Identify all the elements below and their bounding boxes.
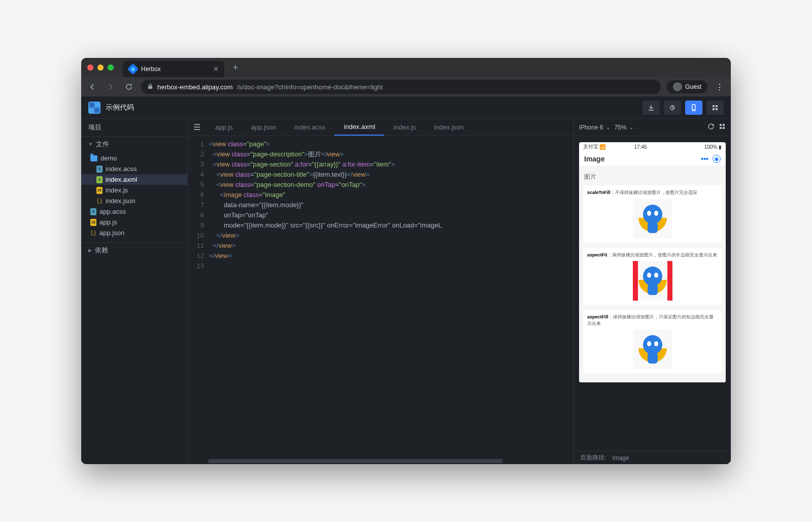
svg-rect-10 [720, 127, 722, 129]
file-index-acss[interactable]: Sindex.acss [81, 164, 187, 174]
mode-label: scaleToFill：不保持纵横比缩放图片，使图片完全适应 [587, 189, 718, 196]
lock-icon [147, 83, 153, 91]
preview-toolbar: iPhone 6⌄ 75%⌄ [574, 119, 731, 136]
titlebar: Herbox × + [81, 58, 731, 77]
file-index-json[interactable]: {.}index.json [81, 195, 187, 206]
window-controls [87, 64, 114, 71]
close-tab-button[interactable]: × [214, 64, 218, 74]
code-lines[interactable]: <view class="page"> <view class="page-de… [209, 139, 573, 458]
page-heading: 图片 [583, 171, 722, 185]
mode-label: aspectFill：保持纵横比缩放图片，只保证图片的短边能完全显示出来 [587, 314, 718, 327]
tab-index-js[interactable]: index.js [384, 119, 425, 136]
mode-label: aspectFit：保持纵横比缩放图片，使图片的长边能完全显示出来 [587, 252, 718, 258]
json-file-icon: {.} [90, 230, 96, 237]
compile-button[interactable] [664, 101, 681, 115]
more-icon[interactable]: ••• [701, 155, 708, 163]
browser-menu-button[interactable]: ⋮ [714, 80, 726, 94]
file-app-json[interactable]: {.}app.json [81, 227, 187, 238]
editor: ☰ app.js app.json index.acss index.axml … [188, 119, 573, 464]
tab-app-json[interactable]: app.json [242, 119, 285, 136]
close-window-button[interactable] [87, 64, 93, 71]
tabs-menu-button[interactable]: ☰ [188, 122, 206, 132]
svg-point-3 [693, 109, 694, 110]
phone-title: Image [584, 155, 604, 163]
file-app-acss[interactable]: Sapp.acss [81, 206, 187, 217]
profile-button[interactable]: Guest [667, 80, 707, 93]
browser-tab[interactable]: Herbox × [123, 61, 224, 77]
grid-view-button[interactable] [706, 101, 724, 115]
download-button[interactable] [642, 101, 660, 115]
footer-label: 页面路径: [580, 453, 606, 462]
tab-index-acss[interactable]: index.acss [285, 119, 334, 136]
avatar-icon [673, 82, 682, 91]
device-selector[interactable]: iPhone 6⌄ [579, 124, 610, 131]
tab-app-js[interactable]: app.js [206, 119, 242, 136]
new-tab-button[interactable]: + [228, 60, 243, 75]
example-image[interactable] [633, 199, 672, 239]
app-header: 示例代码 [81, 96, 731, 119]
chevron-down-icon: ▼ [88, 142, 93, 147]
phone-header: Image ••• ◉ [579, 151, 726, 167]
phone-frame[interactable]: 支付宝📶 17:45 100% ▮ Image ••• ◉ [579, 142, 726, 382]
browser-window: Herbox × + herbox-embed.alipay.com/s/doc… [81, 58, 731, 464]
favicon-icon [127, 63, 139, 75]
phone-status-bar: 支付宝📶 17:45 100% ▮ [579, 142, 726, 151]
phone-body: 图片 scaleToFill：不保持纵横比缩放图片，使图片完全适应 aspect… [579, 167, 726, 382]
css-file-icon: S [96, 166, 103, 173]
example-image[interactable] [633, 330, 672, 369]
preview-footer: 页面路径: Image [574, 451, 731, 464]
svg-rect-6 [713, 108, 715, 110]
url-input[interactable]: herbox-embed.alipay.com/s/doc-image?chIn… [141, 80, 661, 94]
project-section-header: 项目 [81, 119, 187, 137]
file-tree: demo Sindex.acss Xindex.axml JSindex.js … [81, 152, 187, 239]
layout-grid-button[interactable] [719, 123, 726, 132]
code-area[interactable]: 12345678910111213 <view class="page"> <v… [188, 136, 573, 458]
file-app-js[interactable]: JSapp.js [81, 217, 187, 227]
battery-label: 100% [704, 144, 718, 150]
tab-index-axml[interactable]: index.axml [334, 119, 384, 136]
file-index-js[interactable]: JSindex.js [81, 185, 187, 195]
file-index-axml[interactable]: Xindex.axml [81, 174, 187, 185]
image-mode-section: scaleToFill：不保持纵横比缩放图片，使图片完全适应 [583, 185, 722, 243]
url-host: herbox-embed.alipay.com [157, 83, 233, 91]
zoom-selector[interactable]: 75%⌄ [614, 124, 633, 131]
back-button[interactable] [86, 81, 98, 93]
tab-title: Herbox [141, 66, 161, 73]
js-file-icon: JS [96, 187, 103, 194]
image-mode-section: aspectFit：保持纵横比缩放图片，使图片的长边能完全显示出来 [583, 248, 722, 305]
close-app-icon[interactable]: ◉ [713, 155, 721, 163]
phone-preview: 支付宝📶 17:45 100% ▮ Image ••• ◉ [574, 136, 731, 451]
css-file-icon: S [90, 208, 96, 215]
chevron-down-icon: ⌄ [606, 124, 610, 130]
scrollbar-thumb[interactable] [208, 459, 502, 463]
minimize-window-button[interactable] [97, 64, 104, 71]
refresh-preview-button[interactable] [707, 123, 715, 132]
json-file-icon: {.} [96, 198, 103, 205]
forward-button[interactable] [105, 81, 117, 93]
sidebar: 项目 ▼文件 demo Sindex.acss Xindex.axml JSin… [81, 119, 188, 464]
horizontal-scrollbar[interactable] [188, 458, 573, 464]
deps-group[interactable]: ▶依赖 [81, 242, 187, 258]
preview-panel: iPhone 6⌄ 75%⌄ 支付宝📶 17:45 100% ▮ [573, 119, 731, 464]
svg-rect-8 [720, 124, 722, 126]
reload-button[interactable] [123, 81, 135, 93]
url-path: /s/doc-image?chInfo=openhome-doc&theme=l… [237, 83, 383, 91]
image-mode-section: aspectFill：保持纵横比缩放图片，只保证图片的短边能完全显示出来 [583, 310, 722, 373]
js-file-icon: JS [90, 219, 96, 226]
svg-rect-5 [716, 105, 718, 107]
files-group[interactable]: ▼文件 [81, 137, 187, 152]
footer-path: Image [612, 454, 629, 462]
profile-label: Guest [685, 83, 701, 90]
svg-rect-9 [723, 124, 725, 126]
app: 示例代码 项目 ▼文件 demo Sindex.acss Xindex.axml… [81, 96, 731, 464]
folder-demo[interactable]: demo [81, 153, 187, 164]
signal-icon: 📶 [599, 144, 605, 150]
maximize-window-button[interactable] [108, 64, 114, 71]
tab-index-json[interactable]: index.json [425, 119, 473, 136]
device-preview-button[interactable] [685, 101, 702, 115]
address-bar: herbox-embed.alipay.com/s/doc-image?chIn… [81, 77, 731, 96]
app-logo-icon [88, 102, 100, 114]
example-image[interactable] [633, 261, 672, 301]
chevron-down-icon: ⌄ [629, 124, 633, 130]
svg-rect-0 [148, 86, 152, 89]
